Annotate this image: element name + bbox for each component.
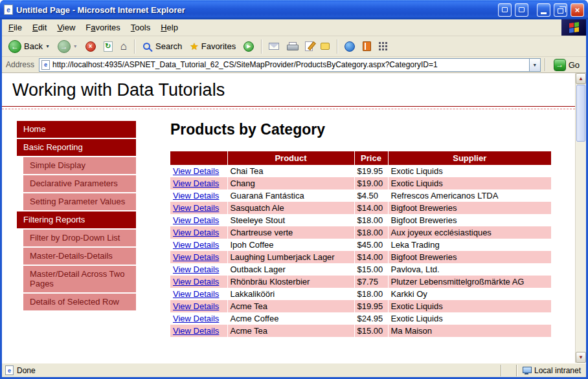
- ie-page-icon[interactable]: e: [4, 5, 13, 15]
- supplier-cell: Exotic Liquids: [388, 300, 551, 312]
- address-dropdown-button[interactable]: ▼: [529, 59, 540, 71]
- status-empty-panel: [501, 365, 516, 376]
- refresh-icon: ↻: [104, 41, 113, 52]
- details-cell: View Details: [170, 288, 227, 300]
- main-content: Products by Category ProductPriceSupplie…: [170, 121, 552, 337]
- table-row: View DetailsGuaraná Fantástica$4.50Refre…: [170, 190, 551, 202]
- edit-button[interactable]: [302, 40, 316, 52]
- view-details-link[interactable]: View Details: [173, 252, 219, 262]
- table-row: View DetailsLaughing Lumberjack Lager$14…: [170, 251, 551, 263]
- menu-item-file[interactable]: File: [3, 20, 27, 35]
- back-button[interactable]: ← Back ▼: [5, 39, 53, 54]
- view-details-link[interactable]: View Details: [173, 277, 219, 287]
- product-cell: Chai Tea: [227, 165, 354, 177]
- product-cell: Acme Tea: [227, 300, 354, 312]
- toolbar-separator: [134, 39, 135, 54]
- sidebar-item-details-of-selected-row[interactable]: Details of Selected Row: [23, 294, 136, 310]
- status-text: Done: [17, 366, 36, 375]
- refresh-button[interactable]: ↻: [100, 40, 116, 53]
- table-row: View DetailsAcme Coffee$24.95Exotic Liqu…: [170, 312, 551, 325]
- supplier-cell: Plutzer Lebensmittelgroßmärkte AG: [388, 276, 551, 288]
- table-row: View DetailsLakkalikööri$18.00Karkki Oy: [170, 288, 551, 300]
- menu-item-favorites[interactable]: Favorites: [80, 20, 125, 35]
- media-button[interactable]: ▶: [240, 40, 257, 53]
- scroll-up-button[interactable]: ▲: [576, 73, 586, 84]
- table-row: View DetailsIpoh Coffee$45.00Leka Tradin…: [170, 239, 551, 251]
- column-header-supplier: Supplier: [388, 151, 551, 165]
- sidebar-item-filter-by-drop-down-list[interactable]: Filter by Drop-Down List: [23, 230, 136, 246]
- view-details-link[interactable]: View Details: [173, 314, 219, 323]
- extra-window-icon: [519, 7, 525, 12]
- table-row: View DetailsChartreuse verte$18.00Aux jo…: [170, 226, 551, 239]
- table-row: View DetailsAcme Tea$19.95Exotic Liquids: [170, 300, 551, 312]
- search-button[interactable]: Search: [139, 40, 185, 52]
- sidebar-item-simple-display[interactable]: Simple Display: [23, 157, 136, 174]
- view-details-link[interactable]: View Details: [173, 179, 219, 188]
- product-cell: Lakkalikööri: [227, 288, 354, 300]
- favorites-label: Favorites: [201, 41, 236, 51]
- page-content: Working with Data Tutorials HomeBasic Re…: [2, 73, 575, 363]
- view-details-link[interactable]: View Details: [173, 203, 219, 213]
- stop-button[interactable]: ×: [82, 40, 99, 53]
- forward-dropdown-icon[interactable]: ▼: [73, 44, 78, 49]
- sidebar-item-master-detail-across-two-pages[interactable]: Master/Detail Across Two Pages: [23, 266, 136, 292]
- sidebar-item-declarative-parameters[interactable]: Declarative Parameters: [23, 175, 136, 192]
- scroll-down-button[interactable]: ▼: [576, 352, 586, 363]
- view-details-link[interactable]: View Details: [173, 228, 219, 237]
- sidebar-item-basic-reporting[interactable]: Basic Reporting: [17, 139, 136, 156]
- view-details-link[interactable]: View Details: [173, 215, 219, 225]
- details-cell: View Details: [170, 312, 227, 325]
- discuss-button[interactable]: [317, 41, 333, 51]
- windows-logo-throbber: [561, 19, 586, 36]
- details-cell: View Details: [170, 239, 227, 251]
- site-header: Working with Data Tutorials: [2, 73, 575, 107]
- extra-window-button-1[interactable]: [498, 3, 512, 17]
- go-button[interactable]: → Go: [549, 59, 584, 71]
- back-dropdown-icon[interactable]: ▼: [45, 44, 50, 49]
- messenger-button[interactable]: [341, 40, 358, 53]
- supplier-cell: Exotic Liquids: [388, 165, 551, 177]
- vertical-scrollbar[interactable]: ▲ ▼: [575, 73, 586, 363]
- address-input[interactable]: [52, 59, 526, 71]
- research-button[interactable]: [359, 40, 374, 52]
- favorites-button[interactable]: ★ Favorites: [187, 40, 239, 52]
- page-title: Products by Category: [170, 121, 552, 138]
- minimize-button[interactable]: [537, 3, 550, 17]
- print-button[interactable]: [284, 41, 300, 52]
- view-details-link[interactable]: View Details: [173, 265, 219, 274]
- price-cell: $18.00: [354, 214, 388, 226]
- supplier-cell: Bigfoot Breweries: [388, 214, 551, 226]
- menu-bar-items: FileEditViewFavoritesToolsHelp: [2, 19, 561, 36]
- supplier-cell: Aux joyeux ecclésiastiques: [388, 226, 551, 239]
- menu-item-help[interactable]: Help: [155, 20, 183, 35]
- menu-item-view[interactable]: View: [52, 20, 80, 35]
- price-cell: $15.00: [354, 263, 388, 276]
- forward-button[interactable]: → ▼: [54, 39, 81, 54]
- view-details-link[interactable]: View Details: [173, 166, 219, 176]
- view-details-link[interactable]: View Details: [173, 289, 219, 299]
- close-button[interactable]: ×: [571, 3, 584, 17]
- sidebar-item-filtering-reports[interactable]: Filtering Reports: [17, 211, 136, 228]
- supplier-cell: Exotic Liquids: [388, 177, 551, 190]
- view-details-link[interactable]: View Details: [173, 191, 219, 200]
- restore-button[interactable]: [554, 3, 567, 17]
- product-cell: Chartreuse verte: [227, 226, 354, 239]
- extra-window-button-2[interactable]: [515, 3, 528, 17]
- sidebar-item-home[interactable]: Home: [17, 121, 136, 138]
- keypad-button[interactable]: [376, 41, 390, 52]
- table-row: View DetailsChang$19.00Exotic Liquids: [170, 177, 551, 190]
- print-icon: [287, 42, 297, 50]
- menu-item-tools[interactable]: Tools: [126, 20, 155, 35]
- sidebar-item-setting-parameter-values[interactable]: Setting Parameter Values: [23, 193, 136, 210]
- menu-bar: FileEditViewFavoritesToolsHelp: [2, 19, 586, 36]
- sidebar-item-master-details-details[interactable]: Master-Details-Details: [23, 248, 136, 265]
- status-left-panel: e Done: [2, 365, 501, 375]
- mail-button[interactable]: [266, 41, 282, 51]
- scrollbar-thumb[interactable]: [576, 85, 585, 142]
- menu-item-edit[interactable]: Edit: [27, 20, 52, 35]
- view-details-link[interactable]: View Details: [173, 240, 219, 250]
- view-details-link[interactable]: View Details: [173, 326, 219, 336]
- mail-icon: [269, 43, 279, 50]
- view-details-link[interactable]: View Details: [173, 301, 219, 311]
- home-button[interactable]: ⌂: [117, 39, 130, 53]
